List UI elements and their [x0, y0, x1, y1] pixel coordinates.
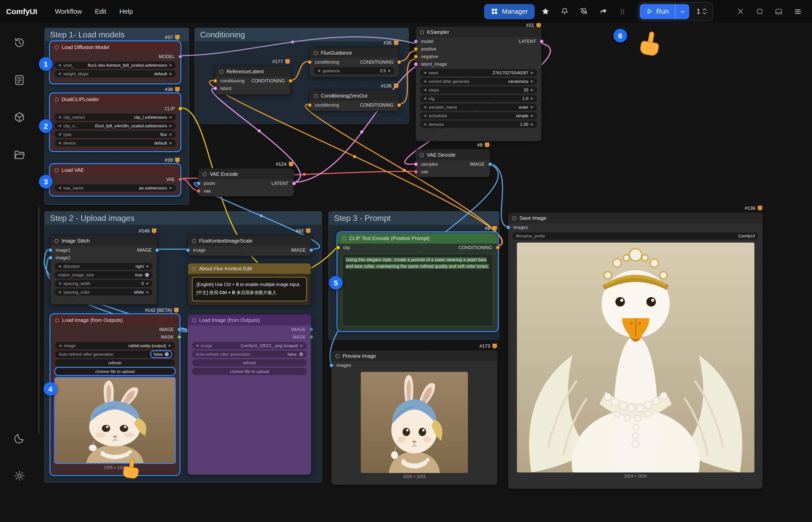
menu-edit[interactable]: Edit	[88, 4, 113, 18]
node-header[interactable]: Load Image (from Outputs)	[188, 315, 311, 325]
toggle-panel-button[interactable]	[771, 4, 787, 19]
refresh-button[interactable]: refresh	[192, 359, 307, 366]
node-vae-encode[interactable]: VAE Encode pixelsLATENT vae	[198, 168, 294, 197]
cancel-run-button[interactable]	[732, 4, 748, 19]
node-load-image-from-outputs-muted[interactable]: Load Image (from Outputs) IMAGE MASK ima…	[187, 314, 311, 475]
stepper-arrows[interactable]	[702, 8, 707, 15]
port-image-input[interactable]	[186, 248, 190, 252]
widget-scheduler[interactable]: schedulersimple	[420, 112, 537, 119]
widget-sampler-name[interactable]: sampler_nameeuler	[420, 104, 537, 111]
share-button[interactable]	[595, 4, 611, 19]
port-conditioning-output[interactable]	[288, 79, 292, 83]
collapse-dot-icon[interactable]	[342, 236, 346, 240]
node-save-image[interactable]: Save Image images filename_prefixComfyUI…	[508, 212, 763, 489]
port-model-output[interactable]	[178, 54, 182, 58]
group-step2-title[interactable]: Step 2 - Upload images	[45, 212, 321, 225]
port-negative-input[interactable]	[413, 54, 418, 58]
toggle-knob[interactable]	[165, 352, 169, 356]
node-clip-text-encode-positive[interactable]: CLIP Text Encode (Positive Prompt) clipC…	[338, 233, 498, 331]
port-model-input[interactable]	[413, 39, 418, 43]
node-header[interactable]: CLIP Text Encode (Positive Prompt)	[338, 233, 497, 244]
collapse-dot-icon[interactable]	[314, 94, 318, 98]
port-image1-input[interactable]	[48, 248, 52, 252]
node-header[interactable]: Preview Image	[331, 351, 497, 361]
refresh-button[interactable]: refresh	[55, 359, 175, 366]
port-images-input[interactable]	[506, 225, 510, 229]
port-mask-output[interactable]	[309, 335, 313, 339]
sidebar-model-library-button[interactable]	[8, 106, 30, 128]
node-note-about-flux-kontext[interactable]: About Flux Kontext Edit [English] Use Ct…	[187, 263, 311, 306]
port-vae-output[interactable]	[178, 177, 182, 181]
widget-image-file[interactable]: imagerabbit.webp [output]	[55, 342, 175, 349]
widget-spacing-color[interactable]: spacing_colorwhite	[55, 288, 153, 296]
run-options-button[interactable]	[675, 4, 689, 19]
port-vae-input[interactable]	[196, 189, 200, 193]
collapse-dot-icon[interactable]	[420, 153, 424, 157]
collapse-dot-icon[interactable]	[192, 266, 196, 270]
sidebar-settings-button[interactable]	[8, 464, 30, 487]
sidebar-queue-history-button[interactable]	[8, 31, 30, 54]
sidebar-workflows-button[interactable]	[8, 69, 30, 91]
port-clip-output[interactable]	[178, 106, 182, 111]
port-image-output[interactable]	[309, 327, 313, 331]
collapse-dot-icon[interactable]	[512, 216, 516, 220]
choose-file-button[interactable]: choose file to upload	[192, 368, 307, 375]
port-image-output[interactable]	[155, 248, 159, 252]
choose-file-button[interactable]: choose file to upload	[55, 368, 175, 375]
collapse-dot-icon[interactable]	[55, 45, 59, 49]
widget-filename-prefix[interactable]: filename_prefixComfyUI	[512, 233, 758, 240]
port-latent-output[interactable]	[292, 181, 296, 185]
widget-clip-name1[interactable]: clip_name1clip_l.safetensors	[55, 114, 176, 121]
node-header[interactable]: ConditioningZeroOut	[310, 91, 399, 101]
port-conditioning-output[interactable]	[495, 245, 500, 249]
port-mask-output[interactable]	[177, 335, 181, 339]
widget-match-image-size[interactable]: match_image_sizetrue	[55, 272, 153, 278]
sidebar-theme-toggle[interactable]	[8, 427, 30, 449]
node-header[interactable]: Load Diffusion Model	[50, 42, 180, 53]
node-flux-guidance[interactable]: FluxGuidance conditioningCONDITIONING gu…	[309, 47, 399, 77]
widget-cfg[interactable]: cfg1.0	[420, 95, 537, 102]
widget-spacing-width[interactable]: spacing_width0	[55, 280, 153, 287]
node-header[interactable]: ReferenceLatent	[215, 66, 290, 77]
drag-handle[interactable]	[614, 4, 630, 19]
node-header[interactable]: Save Image	[508, 213, 763, 223]
collapse-dot-icon[interactable]	[192, 318, 196, 322]
port-pixels-input[interactable]	[196, 181, 200, 185]
node-preview-image[interactable]: Preview Image images 1024 × 1024	[331, 350, 498, 485]
widget-seed[interactable]: seed276175275546287	[420, 69, 537, 76]
widget-weight-dtype[interactable]: weight_dtypedefault	[55, 70, 176, 77]
menu-workflow[interactable]: Workflow	[48, 4, 88, 18]
port-image-output[interactable]	[177, 327, 181, 331]
menu-help[interactable]: Help	[113, 4, 140, 18]
port-latent-image-input[interactable]	[413, 62, 418, 66]
port-conditioning-input[interactable]	[307, 103, 311, 107]
group-step3-title[interactable]: Step 3 - Prompt	[329, 212, 499, 225]
collapse-dot-icon[interactable]	[203, 172, 207, 176]
node-canvas[interactable]: Step 1- Load models Conditioning Step 2 …	[38, 23, 812, 522]
port-vae-input[interactable]	[413, 169, 418, 174]
node-conditioning-zero-out[interactable]: ConditioningZeroOut conditioningCONDITIO…	[309, 90, 399, 111]
node-header[interactable]: Load Image (from Outputs)	[51, 315, 179, 325]
node-header[interactable]: Image Stitch	[50, 236, 157, 246]
collapse-dot-icon[interactable]	[55, 168, 59, 172]
collapse-dot-icon[interactable]	[420, 30, 424, 34]
node-header[interactable]: Load VAE	[50, 165, 180, 175]
node-load-vae[interactable]: Load VAE VAE vae_nameae.safetensors	[50, 164, 180, 196]
node-header[interactable]: About Flux Kontext Edit	[188, 263, 311, 274]
notifications-mute-button[interactable]	[576, 4, 592, 19]
sidebar-open-workflow-button[interactable]	[8, 143, 30, 166]
node-header[interactable]: DualCLIPLoader	[50, 94, 180, 105]
collapse-dot-icon[interactable]	[219, 69, 223, 74]
widget-device[interactable]: devicedefault	[55, 139, 176, 146]
port-conditioning-input[interactable]	[213, 79, 217, 83]
port-image-output[interactable]	[488, 162, 492, 166]
node-ksampler[interactable]: KSampler modelLATENT positive negative l…	[415, 26, 542, 141]
port-conditioning-input[interactable]	[307, 60, 311, 64]
node-dual-clip-loader[interactable]: DualCLIPLoader CLIP clip_name1clip_l.saf…	[50, 94, 180, 151]
widget-vae-name[interactable]: vae_nameae.safetensors	[55, 184, 176, 192]
collapse-dot-icon[interactable]	[336, 354, 340, 358]
manager-button[interactable]: Manager	[484, 4, 534, 19]
node-vae-decode[interactable]: VAE Decode samplesIMAGE vae	[415, 149, 490, 177]
node-header[interactable]: FluxKontextImageScale	[188, 236, 311, 246]
batch-count-stepper[interactable]: 1	[692, 4, 711, 18]
